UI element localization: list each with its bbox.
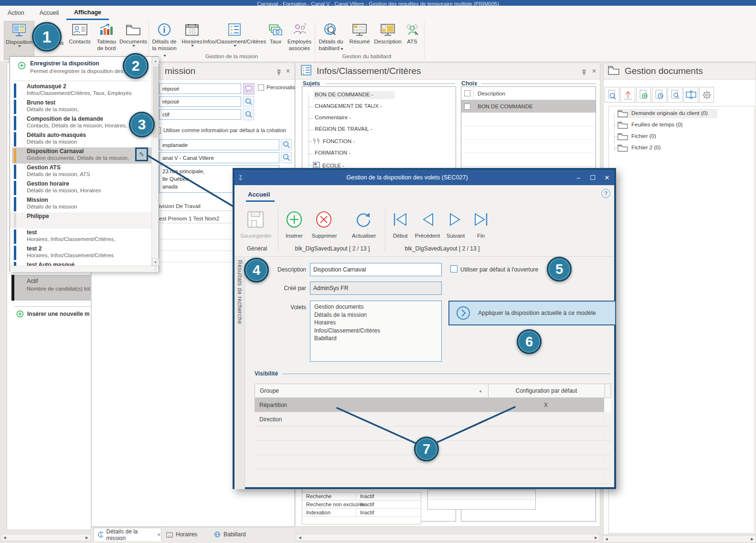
dropdown-resize-strip[interactable]: .: (10, 266, 159, 272)
first-button[interactable]: Début (390, 233, 411, 239)
volets-item[interactable]: Détails de la mission (314, 311, 437, 319)
layout-item-details-automasques[interactable]: Détails auto-masqués Détails de la missi… (10, 131, 152, 147)
scroll-left-arrow[interactable]: ◀ (297, 536, 303, 540)
col-config-defaut[interactable]: Configuration par défaut (488, 387, 605, 394)
tree-item-region-travail[interactable]: RÉGION DE TRAVAIL - (315, 126, 372, 132)
layout-item-disposition-carnaval-selected[interactable]: Disposition Carnaval Gestion documents, … (12, 147, 152, 164)
layout-item-test2[interactable]: test 2 Horaires, Infos/Classement/Critèr… (10, 245, 152, 261)
tab-affichage[interactable]: Affichage (66, 6, 109, 20)
layout-item-test-auto-masque[interactable]: test Auto masqué (10, 261, 152, 266)
tab-action[interactable]: Action (0, 7, 32, 19)
personnalise-checkbox[interactable] (258, 84, 264, 91)
tab-details-mission[interactable]: Détails de la mission ✕ (94, 528, 161, 541)
choix-row-selected[interactable]: BON DE COMMANDE (461, 100, 596, 113)
details-babillard-button[interactable]: Détails du babillard (317, 21, 345, 52)
layout-item-mission[interactable]: Mission Détails de la mission (10, 196, 152, 212)
horaires-button[interactable]: Horaires (180, 21, 204, 47)
employes-associes-button[interactable]: ? Employés associés (287, 21, 312, 52)
last-button[interactable]: Fin (471, 233, 490, 239)
layout-item-bruno-test[interactable]: Bruno test Détails de la mission, (10, 99, 152, 115)
pin-icon[interactable] (276, 68, 282, 78)
taux-button[interactable]: Taux (266, 21, 286, 45)
property-row[interactable]: Recherche non exclusive Inactif (302, 501, 421, 509)
tableau-de-bord-button[interactable]: Tableau de bord (94, 21, 119, 52)
tree-item-fonction[interactable]: FONCTION - (323, 138, 355, 144)
property-row[interactable]: Indexation Inactif (302, 509, 421, 517)
scroll-right-arrow[interactable]: ▶ (749, 537, 756, 541)
search-lookup-button[interactable] (281, 152, 292, 163)
left-panel-hscrollbar[interactable]: ◀ ▶ (1, 534, 91, 541)
minimize-button[interactable]: – (571, 174, 586, 181)
col-groupe[interactable]: Groupe (260, 387, 279, 394)
layout-item-automasque2[interactable]: Automasqué 2 Infos/Classement/Critères, … (10, 83, 152, 99)
search-lookup-button[interactable] (243, 109, 254, 120)
results-side-tab[interactable]: Résultats de recherche (236, 260, 243, 324)
infos-classement-button[interactable]: ★★ ★ Infos/Classement/Critères (205, 21, 264, 47)
layout-item-philippe[interactable]: Philippe (10, 212, 152, 229)
ats-button[interactable]: ATS (403, 21, 422, 45)
tree-item-bon-de-commande[interactable]: BON DE COMMANDE - (315, 92, 373, 97)
doc-upload-button[interactable] (620, 87, 635, 103)
mission-field-2[interactable]: réposé (159, 96, 241, 107)
volets-item[interactable]: Babillard (314, 334, 437, 343)
scroll-right-arrow[interactable]: ▶ (84, 536, 90, 540)
description-button[interactable]: Description (373, 21, 403, 45)
search-lookup-button[interactable] (281, 139, 292, 150)
default-open-checkbox[interactable] (450, 265, 458, 272)
close-icon[interactable]: ✕ (592, 68, 596, 74)
mission-field-4[interactable]: esplanade (159, 139, 279, 150)
apply-layout-button[interactable]: Appliquer la disposition actuelle à ce m… (448, 301, 616, 325)
refresh-button[interactable]: Actualiser (347, 233, 381, 239)
dialog-tab-accueil[interactable]: Accueil (248, 191, 270, 198)
docs-panel-hscrollbar[interactable]: ◀ ▶ (603, 535, 756, 543)
docs-tree-item[interactable]: Demande originale du client (0) (617, 109, 708, 117)
tab-accueil[interactable]: Accueil (32, 7, 66, 19)
mission-field-3[interactable]: ctif (159, 109, 241, 120)
tree-item-commentaire[interactable]: Commentaire - (315, 115, 351, 120)
select-all-checkbox[interactable] (464, 90, 470, 96)
default-info-checkbox[interactable] (159, 127, 161, 134)
scroll-down-arrow[interactable]: ▼ (152, 258, 159, 266)
dialog-close-button[interactable]: ✕ (600, 174, 614, 181)
doc-settings-button[interactable] (699, 87, 714, 103)
scroll-left-arrow[interactable]: ◀ (603, 537, 610, 541)
insert-mission-button[interactable]: Insérer une nouvelle missi (16, 310, 89, 318)
volets-item[interactable]: Horaires (314, 319, 437, 327)
docs-tree-item[interactable]: Feuilles de temps (0) (617, 120, 682, 129)
tree-item-formation[interactable]: FORMATION - (315, 150, 351, 156)
volets-item[interactable]: Infos/Classement/Critères (314, 327, 437, 335)
maximize-button[interactable]: ☐ (586, 174, 600, 181)
tree-item-changement-taux[interactable]: CHANGEMENT DE TAUX - (315, 103, 382, 109)
infos-panel-hscrollbar[interactable]: ◀ ▶ (296, 534, 600, 541)
pin-icon[interactable] (581, 68, 587, 78)
mission-field-5[interactable]: anal V - Canal Villere (159, 152, 279, 163)
insert-button[interactable]: Insérer (280, 233, 308, 239)
doc-history-button[interactable] (652, 87, 667, 103)
documents-button[interactable]: Documents (119, 21, 147, 47)
disposition-button[interactable]: Disposition (4, 21, 34, 60)
close-icon[interactable]: ✕ (157, 532, 161, 537)
previous-button[interactable]: Précédent (411, 233, 444, 239)
delete-button[interactable]: Supprimer (307, 233, 341, 239)
row-checkbox[interactable] (464, 104, 470, 110)
scroll-left-arrow[interactable]: ◀ (1, 536, 8, 540)
layout-item-gestion-ats[interactable]: Gestion ATS Détails de la mission, ATS (10, 164, 152, 180)
comment-button[interactable] (243, 83, 255, 94)
property-row[interactable]: Recherche Inactif (302, 492, 421, 501)
scroll-up-arrow[interactable]: ▲ (152, 57, 159, 64)
dropdown-scrollbar[interactable]: ▲ ▼ (151, 57, 159, 266)
help-button[interactable]: ? (601, 189, 610, 198)
tab-horaires[interactable]: Horaires (166, 528, 197, 541)
docs-tree-item[interactable]: Fichier 2 (0) (617, 143, 660, 152)
volets-listbox[interactable]: Gestion documents Détails de la mission … (310, 301, 442, 362)
doc-preview-button[interactable] (668, 87, 682, 103)
close-icon[interactable]: ✕ (286, 68, 290, 74)
edit-layout-pencil-button[interactable]: ✎ (135, 147, 148, 161)
mission-field-1[interactable]: réposé (159, 84, 241, 94)
docs-tree-item[interactable]: Fichier (0) (617, 132, 656, 140)
layout-item-test[interactable]: test Horaires, Infos/Classement/Critères… (10, 229, 152, 245)
doc-rename-button[interactable] (683, 87, 698, 103)
mission-list-selected-item[interactable]: Actif Nombre de candidat(s) tot (14, 275, 91, 301)
doc-add-button[interactable] (636, 87, 651, 103)
search-lookup-button[interactable] (243, 96, 254, 107)
